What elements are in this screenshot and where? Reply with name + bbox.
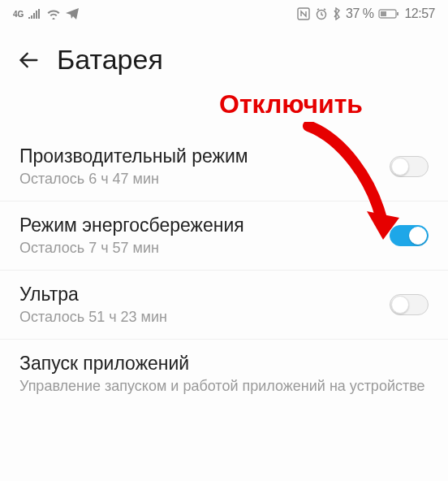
annotation-label: Отключить (219, 89, 363, 119)
status-left: 4G (13, 8, 79, 20)
annotation-arrow-icon (292, 122, 406, 255)
clock-label: 12:57 (404, 6, 435, 21)
status-right: 37 % 12:57 (297, 6, 435, 21)
page-header: Батарея (0, 26, 448, 84)
alarm-icon (315, 7, 328, 20)
status-bar: 4G 37 % 12:57 (0, 0, 448, 26)
row-subtitle: Управление запуском и работой приложений… (19, 378, 429, 395)
signal-icon (28, 9, 41, 19)
page-title: Батарея (57, 44, 163, 76)
row-text: Запуск приложений Управление запуском и … (19, 353, 429, 395)
svg-rect-4 (381, 11, 386, 16)
row-app-launch[interactable]: Запуск приложений Управление запуском и … (0, 340, 448, 408)
battery-icon (378, 8, 399, 20)
send-icon (66, 8, 79, 20)
row-title: Запуск приложений (19, 353, 429, 375)
row-ultra[interactable]: Ультра Осталось 51 ч 23 мин (0, 271, 448, 340)
row-subtitle: Осталось 51 ч 23 мин (19, 309, 390, 326)
battery-percent-label: 37 % (346, 6, 373, 21)
svg-rect-3 (397, 12, 398, 15)
nfc-icon (297, 7, 310, 20)
wifi-icon (46, 8, 61, 20)
row-text: Ультра Осталось 51 ч 23 мин (19, 284, 390, 326)
back-button[interactable] (18, 49, 41, 72)
bluetooth-icon (333, 7, 341, 20)
row-title: Ультра (19, 284, 390, 306)
network-type-label: 4G (13, 10, 24, 19)
toggle-ultra[interactable] (390, 294, 429, 315)
